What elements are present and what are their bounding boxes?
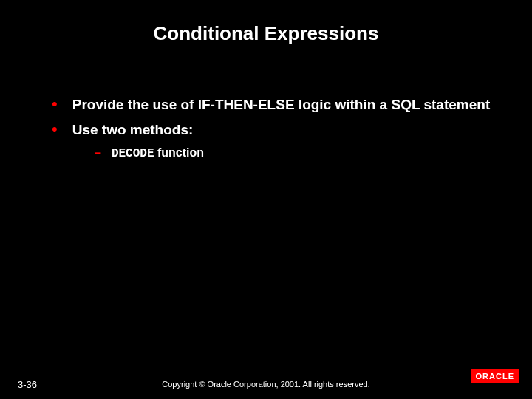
bullet-icon: •: [52, 121, 58, 137]
slide-content: • Provide the use of IF-THEN-ELSE logic …: [52, 96, 495, 160]
bullet-item: • Provide the use of IF-THEN-ELSE logic …: [52, 96, 495, 114]
slide-footer: 3-36 Copyright © Oracle Corporation, 200…: [0, 366, 532, 399]
sub-bullet-text: DECODE function: [112, 146, 204, 160]
slide: Conditional Expressions • Provide the us…: [0, 0, 532, 399]
oracle-logo: ORACLE: [471, 369, 519, 383]
bullet-item: • Use two methods:: [52, 121, 495, 139]
bullet-icon: •: [52, 96, 58, 112]
bullet-text: Provide the use of IF-THEN-ELSE logic wi…: [72, 96, 491, 114]
sub-bullet-item: – DECODE function: [95, 146, 495, 160]
code-text: DECODE: [112, 147, 154, 160]
dash-icon: –: [95, 146, 101, 160]
copyright-text: Copyright © Oracle Corporation, 2001. Al…: [0, 380, 532, 389]
oracle-logo-text: ORACLE: [471, 369, 519, 383]
slide-title: Conditional Expressions: [0, 22, 532, 45]
bullet-text: Use two methods:: [72, 121, 194, 139]
sub-bullet-tail: function: [154, 146, 205, 159]
